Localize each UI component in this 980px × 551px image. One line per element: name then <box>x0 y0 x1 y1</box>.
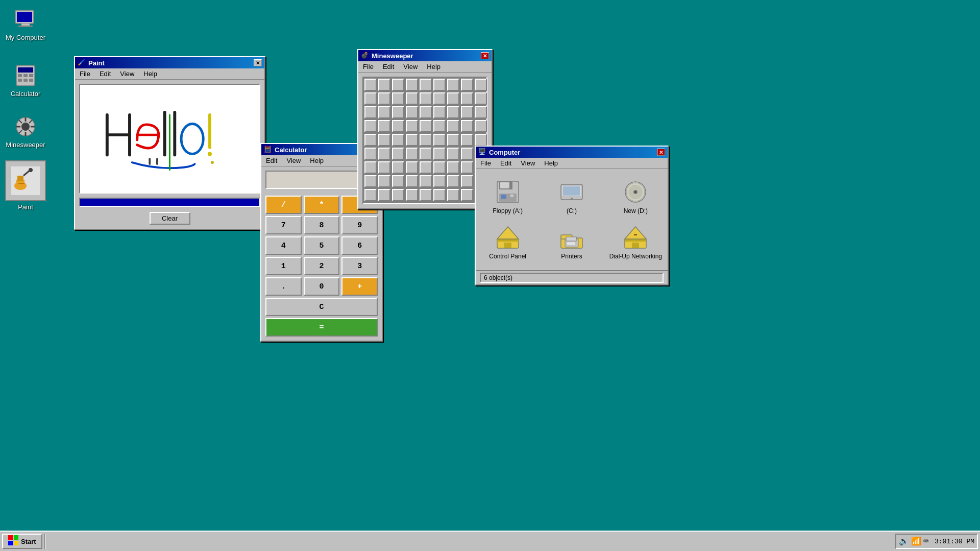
mine-cell[interactable] <box>420 92 432 105</box>
paint-canvas[interactable] <box>79 84 260 194</box>
mine-cell[interactable] <box>420 148 432 160</box>
mines-close-button[interactable]: ✕ <box>481 52 489 59</box>
computer-item-c[interactable]: (C:) <box>545 179 598 214</box>
computer-item-printers[interactable]: Printers <box>545 225 598 260</box>
mine-cell[interactable] <box>392 79 404 91</box>
mine-cell[interactable] <box>364 120 377 132</box>
calc-btn-8[interactable]: 8 <box>304 216 340 234</box>
mine-cell[interactable] <box>475 79 487 91</box>
mine-cell[interactable] <box>392 175 404 187</box>
mine-cell[interactable] <box>447 79 459 91</box>
calc-btn-clear[interactable]: C <box>265 298 378 316</box>
mine-cell[interactable] <box>406 148 418 160</box>
calc-btn-1[interactable]: 1 <box>265 257 302 275</box>
mine-cell[interactable] <box>406 189 418 201</box>
mine-cell[interactable] <box>447 134 459 146</box>
mine-cell[interactable] <box>461 189 473 201</box>
mine-cell[interactable] <box>420 175 432 187</box>
mine-cell[interactable] <box>461 120 473 132</box>
mine-cell[interactable] <box>447 106 459 118</box>
mine-cell[interactable] <box>364 92 377 105</box>
mine-cell[interactable] <box>392 148 404 160</box>
paint-menu-help[interactable]: Help <box>141 69 159 78</box>
mine-cell[interactable] <box>406 120 418 132</box>
mine-cell[interactable] <box>461 134 473 146</box>
calc-btn-9[interactable]: 9 <box>341 216 378 234</box>
calc-btn-plus[interactable]: + <box>341 277 378 296</box>
desktop-icon-calculator[interactable]: Calculator <box>3 61 48 100</box>
mine-cell[interactable] <box>392 92 404 105</box>
mine-cell[interactable] <box>364 106 377 118</box>
calc-btn-3[interactable]: 3 <box>341 257 378 275</box>
mine-cell[interactable] <box>378 106 390 118</box>
mine-cell[interactable] <box>461 161 473 174</box>
mine-cell[interactable] <box>392 134 404 146</box>
mine-cell[interactable] <box>433 134 446 146</box>
mine-cell[interactable] <box>433 79 446 91</box>
mine-cell[interactable] <box>378 79 390 91</box>
computer-close-button[interactable]: ✕ <box>657 149 665 156</box>
calc-btn-4[interactable]: 4 <box>265 236 302 255</box>
mine-cell[interactable] <box>378 134 390 146</box>
mine-cell[interactable] <box>433 120 446 132</box>
mine-cell[interactable] <box>420 120 432 132</box>
computer-menu-edit[interactable]: Edit <box>498 159 513 167</box>
computer-menu-view[interactable]: View <box>519 159 537 167</box>
desktop-icon-minesweeper[interactable]: Minesweeper <box>3 112 48 151</box>
mine-cell[interactable] <box>420 79 432 91</box>
calc-btn-7[interactable]: 7 <box>265 216 302 234</box>
mine-cell[interactable] <box>447 175 459 187</box>
mine-cell[interactable] <box>475 92 487 105</box>
computer-item-dialup[interactable]: Dial-Up Networking <box>609 225 663 260</box>
mine-cell[interactable] <box>378 161 390 174</box>
calc-btn-6[interactable]: 6 <box>341 236 378 255</box>
computer-item-d[interactable]: New (D:) <box>609 179 663 214</box>
calc-btn-0[interactable]: 0 <box>304 277 340 296</box>
mine-cell[interactable] <box>406 134 418 146</box>
mine-cell[interactable] <box>378 175 390 187</box>
calc-btn-5[interactable]: 5 <box>304 236 340 255</box>
calc-btn-2[interactable]: 2 <box>304 257 340 275</box>
mine-cell[interactable] <box>364 189 377 201</box>
mine-cell[interactable] <box>420 106 432 118</box>
paint-menu-edit[interactable]: Edit <box>97 69 113 78</box>
mine-cell[interactable] <box>475 106 487 118</box>
mine-cell[interactable] <box>406 161 418 174</box>
mine-cell[interactable] <box>378 120 390 132</box>
mine-cell[interactable] <box>433 92 446 105</box>
mine-cell[interactable] <box>364 148 377 160</box>
desktop-icon-my-computer[interactable]: My Computer <box>3 5 48 43</box>
paint-clear-button[interactable]: Clear <box>150 212 190 225</box>
mine-cell[interactable] <box>406 106 418 118</box>
paint-close-button[interactable]: ✕ <box>254 59 262 66</box>
calc-menu-edit[interactable]: Edit <box>264 156 279 165</box>
mines-menu-help[interactable]: Help <box>425 62 443 71</box>
mine-cell[interactable] <box>433 148 446 160</box>
paint-menu-file[interactable]: File <box>78 69 92 78</box>
mine-cell[interactable] <box>447 120 459 132</box>
mine-cell[interactable] <box>433 189 446 201</box>
mine-cell[interactable] <box>461 148 473 160</box>
mine-cell[interactable] <box>433 175 446 187</box>
mine-cell[interactable] <box>392 189 404 201</box>
mine-cell[interactable] <box>461 175 473 187</box>
mine-cell[interactable] <box>447 148 459 160</box>
paint-titlebar[interactable]: 🖌️ Paint ✕ <box>75 57 264 68</box>
mine-cell[interactable] <box>447 161 459 174</box>
calc-btn-dot[interactable]: . <box>265 277 302 296</box>
mine-cell[interactable] <box>475 120 487 132</box>
calc-btn-equals[interactable]: = <box>265 318 378 337</box>
mine-cell[interactable] <box>378 92 390 105</box>
computer-menu-file[interactable]: File <box>478 159 493 167</box>
mine-cell[interactable] <box>364 161 377 174</box>
mine-cell[interactable] <box>364 134 377 146</box>
mine-cell[interactable] <box>406 92 418 105</box>
mines-titlebar[interactable]: 💣 Minesweeper ✕ <box>358 50 492 61</box>
mine-cell[interactable] <box>433 106 446 118</box>
mine-cell[interactable] <box>461 79 473 91</box>
mine-cell[interactable] <box>447 92 459 105</box>
mine-cell[interactable] <box>420 134 432 146</box>
mine-cell[interactable] <box>364 175 377 187</box>
computer-titlebar[interactable]: 🖥️ Computer ✕ <box>476 147 668 158</box>
mine-cell[interactable] <box>406 79 418 91</box>
